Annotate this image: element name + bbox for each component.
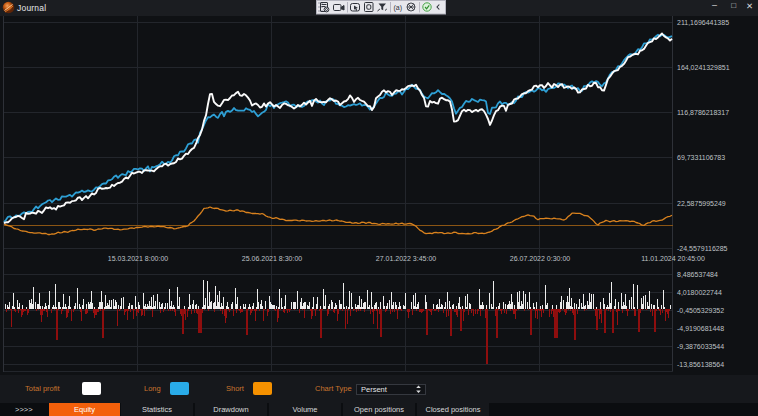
svg-text:164,0241329851: 164,0241329851 [677,64,730,71]
svg-text:4,0180022744: 4,0180022744 [677,289,722,296]
svg-text:-13,856138564: -13,856138564 [677,361,724,368]
svg-text:69,7331106783: 69,7331106783 [677,154,725,161]
svg-text:-0,4505329352: -0,4505329352 [677,307,724,314]
svg-text:-9,3876033544: -9,3876033544 [677,343,724,350]
svg-text:11.01.2024 20:45:00: 11.01.2024 20:45:00 [641,255,705,262]
svg-text:-24,5579116285: -24,5579116285 [677,245,728,252]
svg-text:26.07.2022 0:30:00: 26.07.2022 0:30:00 [510,255,570,262]
svg-text:25.06.2021 8:30:00: 25.06.2021 8:30:00 [242,255,302,262]
svg-text:15.03.2021 8:00:00: 15.03.2021 8:00:00 [108,255,168,262]
svg-text:27.01.2022 3:45:00: 27.01.2022 3:45:00 [376,255,436,262]
svg-text:(a): (a) [394,4,403,12]
svg-text:8,486537484: 8,486537484 [677,271,718,278]
svg-text:-4,9190681448: -4,9190681448 [677,325,724,332]
svg-text:22,5875995249: 22,5875995249 [677,200,726,207]
svg-text:211,1696441385: 211,1696441385 [677,19,729,26]
svg-text:116,8786218317: 116,8786218317 [677,109,729,116]
